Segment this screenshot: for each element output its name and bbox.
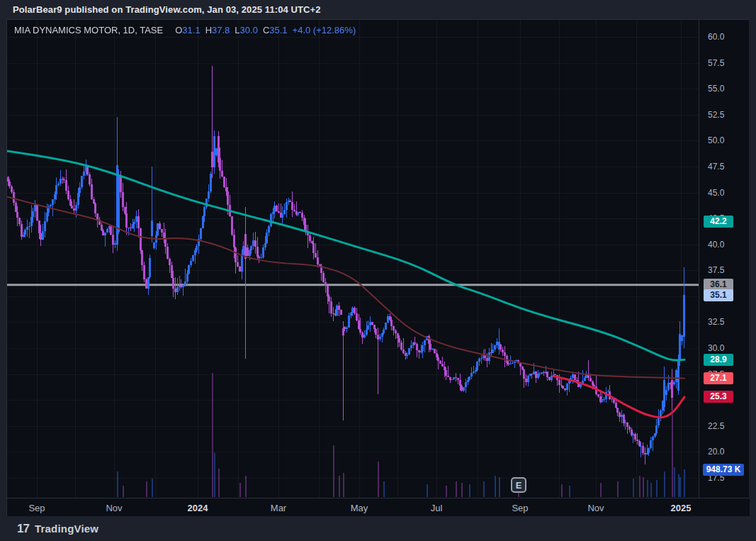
price-tick: 37.5	[708, 265, 739, 275]
time-tick: 2024	[188, 503, 208, 513]
price-label: 35.1	[704, 289, 733, 301]
price-tick: 20.0	[708, 447, 739, 457]
time-tick: Jul	[431, 503, 443, 513]
price-tick: 50.0	[708, 135, 739, 145]
price-label: 27.1	[704, 372, 733, 384]
ohlc-value: 31.1	[182, 25, 200, 35]
attribution-bar: 17 TradingView	[0, 516, 756, 541]
time-tick: Sep	[28, 503, 45, 513]
chart-widget: MIA DYNAMICS MOTOR, 1D, TASEO31.1H37.8L3…	[6, 19, 749, 516]
price-tick: 45.0	[708, 188, 739, 198]
price-label: 42.2	[704, 216, 733, 228]
price-tick: 30.0	[708, 343, 739, 353]
ohlc-key: C	[263, 25, 269, 35]
ohlc-key: L	[235, 25, 239, 35]
time-tick: Sep	[512, 503, 528, 513]
ohlc-key: O	[175, 25, 182, 35]
earnings-marker-label: E	[516, 480, 522, 491]
price-label: 28.9	[704, 354, 733, 366]
time-axis[interactable]: SepNov2024MarMayJulSepNov2025	[7, 498, 750, 516]
ohlc-key: H	[205, 25, 212, 35]
price-tick: 47.5	[708, 162, 739, 172]
price-axis[interactable]: 60.057.555.052.550.047.545.042.540.037.5…	[699, 20, 749, 498]
price-tick: 55.0	[708, 84, 739, 94]
time-tick: Nov	[106, 503, 122, 513]
price-chart-canvas[interactable]	[7, 20, 699, 498]
time-tick: 2025	[671, 503, 692, 513]
price-tick: 60.0	[708, 32, 739, 42]
publish-info: PolarBear9 published on TradingView.com,…	[13, 4, 321, 15]
price-tick: 40.0	[708, 240, 739, 250]
volume-label: 948.73 K	[703, 464, 744, 476]
earnings-marker[interactable]: E	[511, 477, 526, 493]
chart-legend[interactable]: MIA DYNAMICS MOTOR, 1D, TASEO31.1H37.8L3…	[14, 25, 356, 35]
price-tick: 32.5	[708, 317, 739, 327]
change-value: +4.0 (+12.86%)	[293, 25, 356, 35]
time-tick: May	[351, 503, 368, 513]
price-tick: 52.5	[708, 110, 739, 120]
price-tick: 22.5	[708, 421, 739, 431]
price-label: 25.3	[704, 391, 733, 403]
tradingview-logo-text[interactable]: TradingView	[35, 523, 98, 535]
ohlc-value: 37.8	[212, 25, 230, 35]
time-tick: Mar	[271, 503, 286, 513]
status-bar: PolarBear9 published on TradingView.com,…	[0, 0, 756, 19]
tradingview-logo-icon[interactable]: 17	[17, 522, 29, 536]
ohlc-value: 35.1	[269, 25, 287, 35]
ohlc-values: O31.1H37.8L30.0C35.1+4.0 (+12.86%)	[170, 25, 356, 35]
price-tick: 57.5	[708, 58, 739, 68]
time-tick: Nov	[587, 503, 604, 513]
tradingview-snapshot: PolarBear9 published on TradingView.com,…	[0, 0, 756, 541]
symbol-title: MIA DYNAMICS MOTOR, 1D, TASE	[14, 25, 163, 35]
ohlc-value: 30.0	[240, 25, 258, 35]
